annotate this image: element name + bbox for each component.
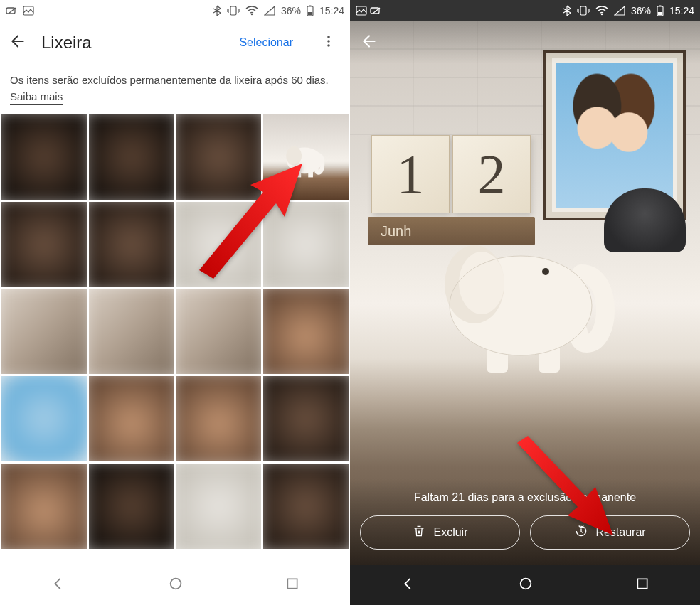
deletion-countdown: Faltam 21 dias para a exclusão permanent… (360, 491, 690, 504)
battery-icon (307, 5, 314, 16)
status-bar: 36% 15:24 (350, 0, 700, 21)
delete-button[interactable]: Excluir (360, 515, 520, 550)
trash-thumb[interactable] (263, 376, 349, 461)
trash-thumb[interactable] (89, 202, 174, 287)
trash-thumb[interactable] (89, 376, 174, 461)
svg-rect-25 (580, 6, 586, 15)
wifi-icon (595, 6, 608, 16)
svg-rect-31 (637, 579, 647, 588)
svg-point-26 (601, 14, 603, 15)
trash-thumb[interactable] (263, 464, 349, 549)
app-bar: Lixeira Selecionar (0, 21, 350, 64)
trash-thumb[interactable] (263, 289, 349, 375)
image-notif-icon (23, 6, 34, 16)
clock: 15:24 (319, 5, 344, 16)
trash-thumb-elephant[interactable] (263, 114, 349, 200)
trash-thumb[interactable] (1, 464, 87, 549)
trash-thumb[interactable] (1, 114, 87, 200)
svg-point-8 (327, 40, 330, 43)
nav-back-icon[interactable] (401, 576, 416, 594)
status-bar: 36% 15:24 (0, 0, 350, 21)
nav-recents-icon[interactable] (635, 577, 649, 594)
phone-photo-viewer: 1 2 Junh (350, 0, 700, 605)
svg-point-3 (251, 14, 253, 15)
restore-label: Restaurar (595, 526, 645, 539)
svg-point-14 (171, 579, 181, 589)
bluetooth-icon (563, 5, 571, 16)
info-text: Os itens serão excluídos permanentemente… (0, 64, 350, 114)
svg-rect-6 (308, 12, 312, 15)
back-arrow-icon[interactable] (360, 32, 378, 53)
info-msg: Os itens serão excluídos permanentemente… (10, 74, 329, 86)
nav-home-icon[interactable] (168, 576, 184, 594)
trash-thumb[interactable] (176, 464, 262, 549)
trash-thumb[interactable] (89, 464, 174, 549)
nav-recents-icon[interactable] (285, 577, 299, 594)
svg-rect-2 (230, 6, 236, 15)
signal-icon (614, 6, 625, 16)
trash-thumb[interactable] (176, 202, 262, 287)
trash-thumb[interactable] (176, 376, 262, 461)
svg-rect-5 (309, 6, 311, 7)
voicemail-icon (370, 6, 384, 16)
svg-rect-12 (297, 169, 302, 178)
svg-rect-24 (371, 8, 379, 14)
svg-rect-15 (287, 579, 297, 588)
trash-thumb[interactable] (263, 202, 349, 287)
svg-point-18 (459, 252, 504, 314)
trash-thumb[interactable] (89, 114, 174, 200)
voicemail-icon (6, 6, 20, 16)
nav-bar (350, 565, 700, 605)
trash-grid (0, 114, 350, 549)
nav-bar (0, 565, 350, 605)
trash-x-icon (412, 524, 426, 541)
select-button[interactable]: Selecionar (230, 31, 302, 55)
nav-back-icon[interactable] (51, 576, 66, 594)
calendar-digit: 2 (452, 135, 531, 213)
battery-pct: 36% (631, 5, 651, 16)
svg-rect-20 (487, 341, 508, 373)
calendar-digit: 1 (371, 135, 450, 213)
svg-rect-28 (659, 6, 661, 7)
vibrate-icon (577, 6, 590, 16)
trash-thumb[interactable] (176, 114, 262, 200)
viewer-top-bar (350, 21, 700, 64)
svg-rect-21 (539, 341, 560, 373)
overflow-menu-icon[interactable] (316, 28, 341, 57)
svg-point-9 (327, 44, 330, 47)
svg-rect-0 (6, 8, 15, 14)
signal-icon (264, 6, 275, 16)
trash-thumb[interactable] (176, 289, 262, 375)
learn-more-link[interactable]: Saiba mais (10, 89, 63, 105)
svg-point-30 (521, 579, 531, 589)
trash-thumb[interactable] (89, 289, 174, 375)
trash-thumb[interactable] (1, 202, 87, 287)
elephant-figurine (421, 206, 627, 377)
wifi-icon (245, 6, 258, 16)
back-arrow-icon[interactable] (9, 32, 27, 53)
trash-thumb[interactable] (1, 289, 87, 375)
svg-rect-29 (658, 12, 662, 15)
bluetooth-icon (213, 5, 221, 16)
calendar-blocks: 1 2 (371, 135, 531, 213)
restore-icon (574, 524, 588, 541)
clock: 15:24 (669, 5, 694, 16)
image-notif-icon (356, 6, 367, 16)
svg-point-19 (542, 268, 549, 275)
phone-trash-list: 36% 15:24 Lixeira Selecionar Os itens se… (0, 0, 350, 605)
delete-label: Excluir (433, 526, 467, 539)
trash-thumb[interactable] (1, 376, 87, 461)
restore-button[interactable]: Restaurar (530, 515, 690, 550)
vibrate-icon (227, 6, 240, 16)
svg-rect-13 (308, 169, 313, 178)
page-title: Lixeira (41, 33, 92, 53)
nav-home-icon[interactable] (518, 576, 534, 594)
svg-point-7 (327, 36, 330, 38)
battery-icon (657, 5, 664, 16)
viewer-bottom-panel: Faltam 21 dias para a exclusão permanent… (350, 478, 700, 565)
svg-point-11 (286, 146, 302, 166)
battery-pct: 36% (281, 5, 301, 16)
